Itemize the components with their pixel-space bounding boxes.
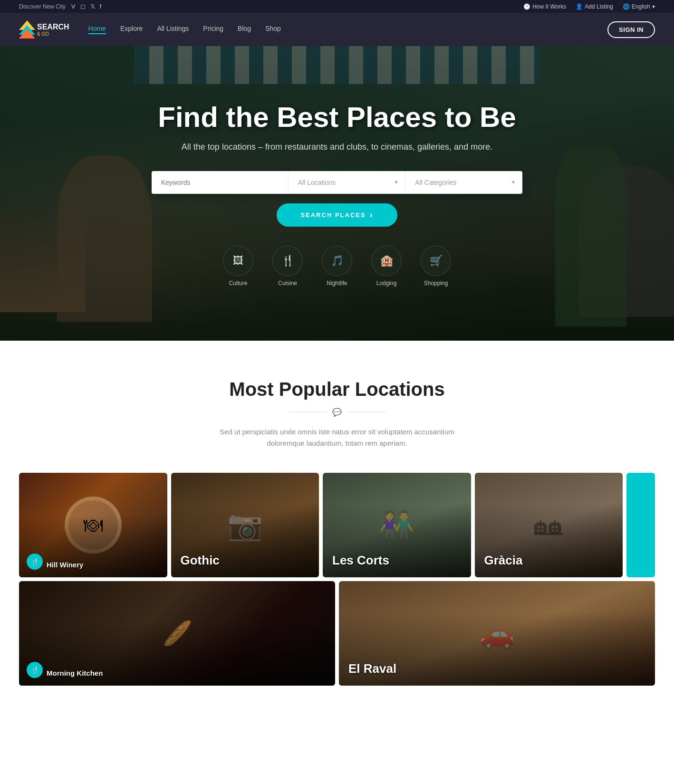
divider-line-left <box>289 412 327 412</box>
twitter-icon[interactable]: 𝕏 <box>90 3 95 10</box>
language-selector[interactable]: 🌐 English ▾ <box>623 3 655 10</box>
location-card-les-corts[interactable]: 👫 Les Corts <box>323 473 471 577</box>
category-culture[interactable]: 🖼 Culture <box>223 246 253 287</box>
divider-line-right <box>347 412 385 412</box>
cuisine-label: Cuisine <box>278 280 297 287</box>
nav-right: SIGN IN <box>607 21 655 38</box>
location-card-morning-kitchen[interactable]: 🥖 🍴 Morning Kitchen <box>19 581 335 686</box>
location-row-2: 🥖 🍴 Morning Kitchen 🚗 El Raval <box>19 581 655 686</box>
nav-all-listings[interactable]: All Listings <box>157 25 189 34</box>
morning-kitchen-name: Morning Kitchen <box>47 669 103 677</box>
category-nightlife[interactable]: 🎵 Nightlife <box>322 246 352 287</box>
nightlife-label: Nightlife <box>327 280 347 287</box>
el-raval-title: El Raval <box>348 661 396 676</box>
category-select[interactable]: All Categories <box>405 171 522 194</box>
shopping-circle: 🛒 <box>421 246 451 276</box>
nav-shop[interactable]: Shop <box>265 25 281 34</box>
lodging-label: Lodging <box>376 280 397 287</box>
main-content: Most Popular Locations 💬 Sed ut perspici… <box>0 341 674 714</box>
location-card-hill-winery[interactable]: 🍽 🍴 Hill Winery <box>19 473 167 577</box>
gracia-title: Gràcia <box>484 553 523 568</box>
divider-icon: 💬 <box>332 408 342 417</box>
arrow-icon: › <box>370 210 374 220</box>
section-divider: 💬 <box>19 408 655 417</box>
morning-kitchen-badge: 🍴 <box>27 662 43 678</box>
culture-circle: 🖼 <box>223 246 253 276</box>
how-it-works-link[interactable]: 🕐 How It Works <box>523 3 566 10</box>
facebook-icon[interactable]: f <box>100 3 102 10</box>
add-listing-link[interactable]: 👤 Add Listing <box>576 3 613 10</box>
social-icons: V ◻ 𝕏 f <box>71 3 101 10</box>
logo-text-sub: & GO <box>37 31 69 37</box>
clock-icon: 🕐 <box>523 3 530 10</box>
section-description: Sed ut perspiciatis unde omnis iste natu… <box>218 426 456 449</box>
hero-section: Find the Best Places to Be All the top l… <box>0 46 674 341</box>
top-bar-right: 🕐 How It Works 👤 Add Listing 🌐 English ▾ <box>523 3 655 10</box>
search-places-button[interactable]: SEARCH PLACES › <box>277 203 397 227</box>
sign-in-button[interactable]: SIGN IN <box>607 21 655 38</box>
les-corts-title: Les Corts <box>332 553 389 568</box>
logo-text-main: SEARCH <box>37 22 69 31</box>
main-nav: SEARCH & GO Home Explore All Listings Pr… <box>0 13 674 46</box>
nav-pricing[interactable]: Pricing <box>203 25 223 34</box>
instagram-icon[interactable]: ◻ <box>80 3 86 10</box>
nav-home[interactable]: Home <box>88 25 106 34</box>
search-btn-row: SEARCH PLACES › <box>152 203 522 227</box>
vimeo-icon[interactable]: V <box>71 3 76 10</box>
category-lodging[interactable]: 🏨 Lodging <box>371 246 402 287</box>
keyword-input[interactable] <box>152 171 288 194</box>
culture-label: Culture <box>229 280 248 287</box>
blue-accent-block <box>626 473 655 577</box>
category-select-wrapper: All Categories <box>405 171 522 194</box>
lodging-circle: 🏨 <box>371 246 402 276</box>
location-card-el-raval[interactable]: 🚗 El Raval <box>339 581 655 686</box>
section-title: Most Popular Locations <box>19 379 655 400</box>
category-cuisine[interactable]: 🍴 Cuisine <box>272 246 303 287</box>
nav-blog[interactable]: Blog <box>238 25 251 34</box>
cuisine-circle: 🍴 <box>272 246 303 276</box>
top-bar: Discover New City V ◻ 𝕏 f 🕐 How It Works… <box>0 0 674 13</box>
location-select[interactable]: All Locations <box>288 171 405 194</box>
hero-subtitle: All the top locations – from restaurants… <box>152 142 522 152</box>
location-card-gothic[interactable]: 📷 Gothic <box>171 473 319 577</box>
person-icon: 👤 <box>576 3 583 10</box>
location-card-gracia[interactable]: 🏘 Gràcia <box>475 473 623 577</box>
blue-accent <box>626 473 655 577</box>
nav-links: Home Explore All Listings Pricing Blog S… <box>88 25 608 34</box>
logo[interactable]: SEARCH & GO <box>19 20 69 38</box>
discover-text: Discover New City <box>19 3 66 10</box>
hero-content: Find the Best Places to Be All the top l… <box>133 101 541 287</box>
hill-winery-badge: 🍴 <box>27 554 43 570</box>
globe-icon: 🌐 <box>623 3 630 10</box>
nightlife-circle: 🎵 <box>322 246 352 276</box>
location-select-wrapper: All Locations <box>288 171 405 194</box>
location-row-1: 🍽 🍴 Hill Winery 📷 Gothic 👫 <box>19 473 655 577</box>
hero-title: Find the Best Places to Be <box>152 101 522 134</box>
category-shopping[interactable]: 🛒 Shopping <box>421 246 451 287</box>
language-arrow: ▾ <box>652 3 655 10</box>
gothic-title: Gothic <box>181 553 220 568</box>
shopping-label: Shopping <box>424 280 448 287</box>
category-row: 🖼 Culture 🍴 Cuisine 🎵 Nightlife 🏨 Lodgin… <box>152 246 522 287</box>
search-row: All Locations All Categories <box>152 171 522 194</box>
hill-winery-name: Hill Winery <box>47 561 83 569</box>
nav-explore[interactable]: Explore <box>120 25 143 34</box>
top-bar-left: Discover New City V ◻ 𝕏 f <box>19 3 101 10</box>
